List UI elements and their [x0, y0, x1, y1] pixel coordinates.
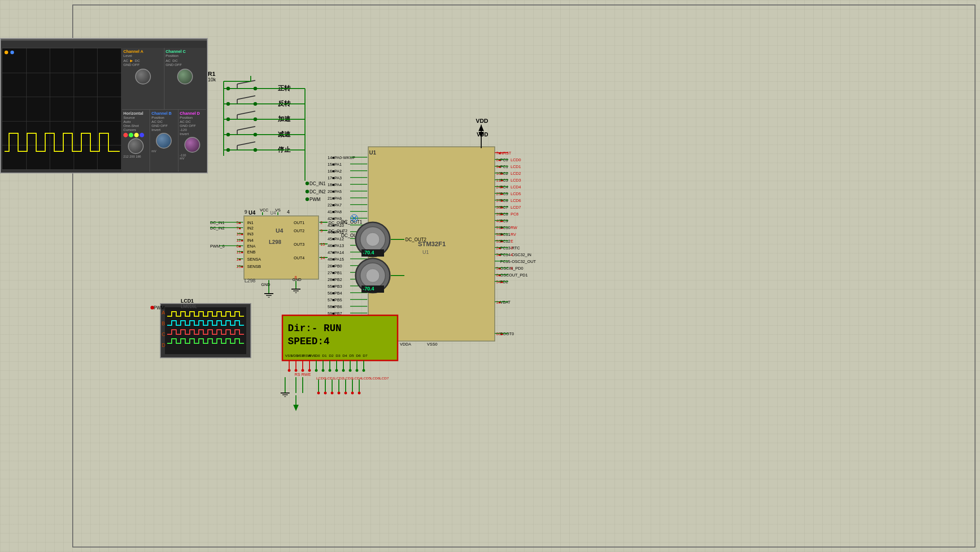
svg-text:DC_OUT1: DC_OUT1: [341, 220, 362, 225]
svg-text:LCD1: LCD1: [511, 164, 521, 169]
svg-text:20■: 20■: [328, 189, 334, 194]
svg-text:PC10: PC10: [500, 225, 511, 230]
svg-point-33: [226, 133, 230, 136]
svg-text:DC_OUT2: DC_OUT2: [405, 237, 427, 242]
svg-text:LM016L: LM016L: [181, 304, 197, 309]
svg-text:38■: 38■: [496, 205, 503, 210]
svg-text:LCD3: LCD3: [343, 376, 353, 380]
svg-text:40■: 40■: [496, 219, 503, 223]
svg-text:9■: 9■: [496, 164, 501, 169]
svg-text:46■: 46■: [328, 243, 334, 248]
svg-text:RS: RS: [295, 372, 300, 377]
svg-text:PA0-WKUP: PA0-WKUP: [334, 155, 355, 160]
svg-point-317: [288, 369, 291, 372]
svg-text:OUT4: OUT4: [294, 256, 305, 260]
svg-text:B: B: [162, 321, 165, 326]
svg-text:3: 3: [511, 246, 513, 250]
svg-point-21: [226, 102, 230, 106]
svg-point-381: [344, 392, 347, 394]
svg-marker-12: [478, 125, 484, 131]
svg-text:18■: 18■: [328, 182, 334, 187]
svg-point-330: [315, 369, 318, 372]
svg-text:DC_IN1: DC_IN1: [309, 181, 326, 186]
svg-point-86: [305, 197, 309, 201]
svg-text:IN4: IN4: [247, 238, 253, 243]
svg-text:7■: 7■: [236, 226, 241, 230]
svg-text:15■: 15■: [328, 162, 334, 167]
svg-text:VCC: VCC: [260, 208, 269, 212]
svg-text:U1: U1: [422, 249, 429, 255]
svg-text:6: 6: [511, 266, 513, 271]
svg-point-377: [317, 392, 320, 394]
svg-text:PB6: PB6: [334, 304, 342, 309]
svg-point-310: [150, 306, 154, 309]
svg-text:PWM: PWM: [154, 305, 164, 310]
svg-point-323: [308, 369, 311, 372]
svg-text:ENA: ENA: [247, 244, 256, 248]
svg-point-36: [253, 133, 257, 136]
svg-line-41: [237, 142, 255, 145]
svg-text:24■: 24■: [496, 185, 503, 189]
svg-text:IN3: IN3: [247, 232, 253, 236]
svg-text:D7: D7: [363, 354, 368, 358]
svg-point-378: [324, 392, 327, 394]
svg-text:PA6: PA6: [334, 196, 342, 201]
svg-text:LCD4: LCD4: [511, 185, 521, 189]
svg-text:RW: RW: [301, 372, 308, 377]
svg-point-338: [342, 369, 345, 372]
svg-text:LCD6: LCD6: [370, 376, 380, 380]
svg-text:E: E: [308, 372, 311, 377]
horizontal-knob[interactable]: [128, 138, 144, 154]
svg-text:C: C: [162, 332, 165, 337]
svg-text:41■: 41■: [328, 210, 334, 214]
svg-text:PC0: PC0: [500, 158, 508, 162]
svg-text:1■: 1■: [236, 257, 241, 262]
channel-c-knob[interactable]: [177, 69, 193, 84]
svg-text:6■: 6■: [496, 273, 501, 277]
svg-point-383: [358, 392, 361, 394]
svg-text:PB3: PB3: [334, 284, 342, 289]
channel-b-knob[interactable]: [156, 133, 172, 149]
svg-text:47■: 47■: [328, 250, 334, 255]
svg-text:L298: L298: [269, 239, 281, 245]
svg-text:11■: 11■: [236, 250, 243, 254]
svg-text:PA13: PA13: [334, 243, 344, 248]
svg-text:60■: 60■: [496, 332, 503, 336]
svg-point-42: [253, 148, 257, 152]
svg-marker-385: [293, 405, 299, 411]
svg-text:2: 2: [320, 220, 323, 225]
channel-c-label: Channel C: [166, 49, 205, 54]
svg-text:ENB: ENB: [247, 250, 256, 254]
svg-text:GND: GND: [292, 277, 302, 282]
svg-text:4: 4: [287, 209, 290, 215]
svg-text:VDD: VDD: [476, 117, 488, 124]
svg-point-18: [253, 87, 257, 90]
svg-text:U1: U1: [369, 150, 376, 156]
svg-text:IN1: IN1: [247, 220, 253, 225]
svg-text:48■: 48■: [328, 257, 334, 262]
svg-text:D5: D5: [349, 354, 354, 358]
svg-text:LCD3: LCD3: [511, 178, 521, 182]
svg-text:PC15-OSC32_OUT: PC15-OSC32_OUT: [500, 259, 536, 264]
svg-text:27■: 27■: [328, 271, 334, 275]
svg-point-344: [362, 369, 365, 372]
svg-text:DC_OUT2: DC_OUT2: [328, 229, 347, 233]
oscilloscope-panel: Channel A Level AC▶DC GNDOFF Channel C P…: [0, 38, 208, 173]
svg-text:PB4: PB4: [334, 291, 342, 295]
horizontal-label: Horizontal: [123, 111, 148, 116]
svg-rect-304: [165, 307, 246, 354]
channel-d-knob[interactable]: [184, 137, 200, 153]
channel-a-knob[interactable]: [135, 69, 151, 84]
svg-text:A: A: [162, 310, 165, 315]
svg-text:VS: VS: [275, 208, 281, 212]
svg-text:LCD4: LCD4: [352, 376, 362, 380]
svg-point-14: [226, 87, 230, 90]
svg-text:PA5: PA5: [334, 189, 342, 194]
svg-text:5■: 5■: [496, 266, 501, 271]
svg-text:PA15: PA15: [334, 257, 344, 262]
svg-text:D4: D4: [342, 354, 347, 358]
svg-text:L298: L298: [244, 278, 255, 283]
svg-text:22■: 22■: [328, 203, 334, 207]
svg-point-332: [322, 369, 324, 372]
svg-text:6■: 6■: [236, 244, 241, 248]
